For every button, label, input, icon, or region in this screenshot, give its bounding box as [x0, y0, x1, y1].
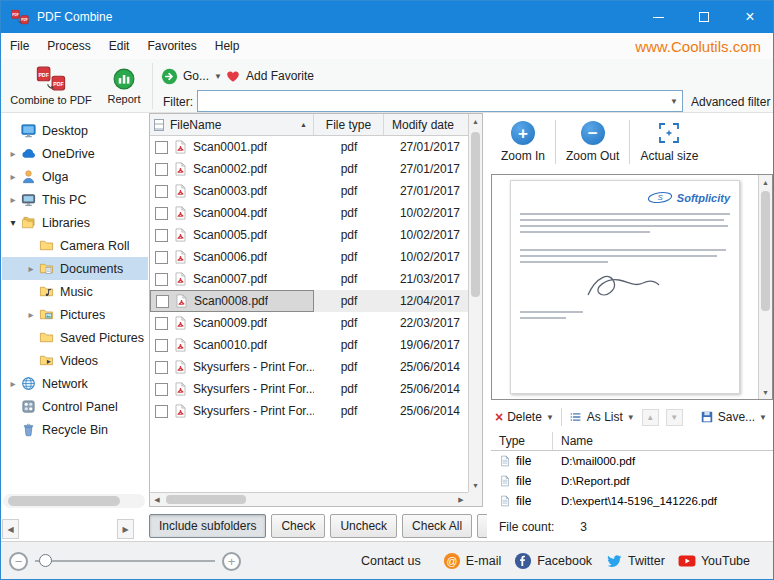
expand-arrow-icon[interactable]	[24, 309, 38, 320]
tree-item[interactable]: Documents	[2, 257, 148, 280]
file-checkbox[interactable]	[155, 405, 168, 418]
file-checkbox[interactable]	[155, 229, 168, 242]
add-favorite-button[interactable]: Add Favorite	[225, 66, 314, 86]
file-checkbox[interactable]	[155, 317, 168, 330]
scrollbar-thumb[interactable]	[8, 496, 120, 506]
tree-item[interactable]: OneDrive	[2, 142, 148, 165]
tree-item[interactable]: Music	[2, 280, 148, 303]
scroll-up-button[interactable]: ▲	[759, 175, 772, 189]
minimize-button[interactable]	[635, 1, 681, 33]
tree-item[interactable]: Videos	[2, 349, 148, 372]
file-list-button[interactable]: Include subfolders	[149, 514, 266, 538]
file-list-button[interactable]: Check	[271, 514, 325, 538]
filter-input[interactable]	[198, 91, 666, 111]
tree-item[interactable]: Pictures	[2, 303, 148, 326]
expand-arrow-icon[interactable]	[6, 148, 20, 159]
file-checkbox[interactable]	[155, 339, 168, 352]
file-row[interactable]: Skysurfers - Print For... pdf 25/06/2014	[150, 400, 468, 422]
social-link[interactable]: Twitter	[605, 552, 665, 570]
file-row[interactable]: Scan0006.pdf pdf 10/02/2017	[150, 246, 468, 268]
zoom-in-button[interactable]: Zoom In	[491, 121, 555, 163]
tree-item[interactable]: Olga	[2, 165, 148, 188]
maximize-button[interactable]	[681, 1, 727, 33]
file-list-button[interactable]: Uncheck All	[477, 514, 487, 538]
file-list-button[interactable]: Uncheck	[330, 514, 397, 538]
combo-dropdown-icon[interactable]: ▼	[666, 97, 682, 106]
column-header-type[interactable]: Type	[491, 432, 553, 450]
file-checkbox[interactable]	[155, 273, 168, 286]
column-header-modifydate[interactable]: Modify date	[384, 114, 468, 135]
tree-item[interactable]: Saved Pictures	[2, 326, 148, 349]
file-row[interactable]: Skysurfers - Print For... pdf 25/06/2014	[150, 378, 468, 400]
tree-item[interactable]: Libraries	[2, 211, 148, 234]
column-header-filetype[interactable]: File type	[314, 114, 384, 135]
zoom-plus-button[interactable]: +	[222, 552, 241, 571]
scroll-down-button[interactable]: ▼	[759, 385, 772, 399]
scrollbar-thumb[interactable]	[471, 132, 480, 297]
column-header-name[interactable]: Name	[553, 432, 773, 450]
report-button[interactable]: Report	[101, 61, 147, 111]
menu-item[interactable]: Help	[206, 39, 249, 53]
social-link[interactable]: YouTube	[678, 552, 750, 570]
preview-vertical-scrollbar[interactable]: ▲ ▼	[758, 175, 772, 399]
tree-item[interactable]: Recycle Bin	[2, 418, 148, 441]
result-file-row[interactable]: file D:\Report.pdf	[491, 471, 773, 491]
scroll-down-button[interactable]: ▼	[469, 478, 482, 492]
move-down-button[interactable]: ▼	[666, 409, 683, 426]
file-checkbox[interactable]	[156, 295, 169, 308]
scroll-right-button[interactable]: ▶	[117, 519, 134, 539]
file-checkbox[interactable]	[155, 163, 168, 176]
file-checkbox[interactable]	[155, 207, 168, 220]
scroll-left-button[interactable]: ◀	[2, 519, 19, 539]
file-row[interactable]: Scan0010.pdf pdf 19/06/2017	[150, 334, 468, 356]
file-row[interactable]: Scan0005.pdf pdf 10/02/2017	[150, 224, 468, 246]
file-list-button[interactable]: Check All	[402, 514, 472, 538]
zoom-out-button[interactable]: Zoom Out	[556, 121, 629, 163]
scroll-right-button[interactable]: ▶	[454, 493, 468, 506]
zoom-minus-button[interactable]: −	[9, 552, 28, 571]
expand-arrow-icon[interactable]	[6, 378, 20, 389]
expand-arrow-icon[interactable]	[24, 263, 38, 274]
social-link[interactable]: Facebook	[514, 552, 592, 570]
file-row[interactable]: Scan0004.pdf pdf 10/02/2017	[150, 202, 468, 224]
file-list-vertical-scrollbar[interactable]: ▲ ▼	[468, 114, 482, 492]
file-row[interactable]: Scan0008.pdf pdf 12/04/2017	[150, 290, 468, 312]
result-file-row[interactable]: file D:\expert\14-5196_141226.pdf	[491, 491, 773, 511]
actual-size-button[interactable]: Actual size	[630, 121, 708, 163]
menu-item[interactable]: Process	[38, 39, 99, 53]
zoom-slider-handle[interactable]	[39, 554, 52, 567]
scroll-up-button[interactable]: ▲	[469, 114, 482, 128]
website-link[interactable]: www.Coolutils.com	[635, 38, 761, 55]
move-up-button[interactable]: ▲	[642, 409, 659, 426]
scrollbar-thumb[interactable]	[166, 495, 246, 504]
menu-item[interactable]: File	[1, 39, 38, 53]
combine-to-pdf-button[interactable]: Combine to PDF	[5, 61, 97, 111]
filter-combobox[interactable]: ▼	[197, 90, 683, 112]
social-link[interactable]: E-mail	[443, 552, 501, 570]
file-row[interactable]: Scan0003.pdf pdf 27/01/2017	[150, 180, 468, 202]
close-button[interactable]: ×	[727, 1, 773, 33]
file-list-horizontal-scrollbar[interactable]: ◀ ▶	[150, 492, 468, 506]
file-checkbox[interactable]	[155, 185, 168, 198]
go-button[interactable]: Go... ▼	[161, 66, 222, 86]
save-button[interactable]: Save... ▼	[700, 410, 767, 424]
tree-item[interactable]: Desktop	[2, 119, 148, 142]
tree-item[interactable]: This PC	[2, 188, 148, 211]
advanced-filter-link[interactable]: Advanced filter	[691, 95, 770, 109]
expand-arrow-icon[interactable]	[6, 217, 20, 228]
menu-item[interactable]: Favorites	[138, 39, 205, 53]
tree-item[interactable]: Control Panel	[2, 395, 148, 418]
menu-item[interactable]: Edit	[100, 39, 139, 53]
file-row[interactable]: Skysurfers - Print For... pdf 25/06/2014	[150, 356, 468, 378]
column-header-filename[interactable]: FileName ▲	[150, 114, 314, 135]
file-row[interactable]: Scan0007.pdf pdf 21/03/2017	[150, 268, 468, 290]
scrollbar-thumb[interactable]	[761, 191, 770, 311]
file-checkbox[interactable]	[155, 251, 168, 264]
as-list-button[interactable]: As List ▼	[569, 410, 635, 424]
file-row[interactable]: Scan0002.pdf pdf 27/01/2017	[150, 158, 468, 180]
file-checkbox[interactable]	[155, 383, 168, 396]
file-checkbox[interactable]	[155, 141, 168, 154]
zoom-slider[interactable]	[35, 560, 215, 562]
file-row[interactable]: Scan0001.pdf pdf 27/01/2017	[150, 136, 468, 158]
scroll-left-button[interactable]: ◀	[150, 493, 164, 506]
